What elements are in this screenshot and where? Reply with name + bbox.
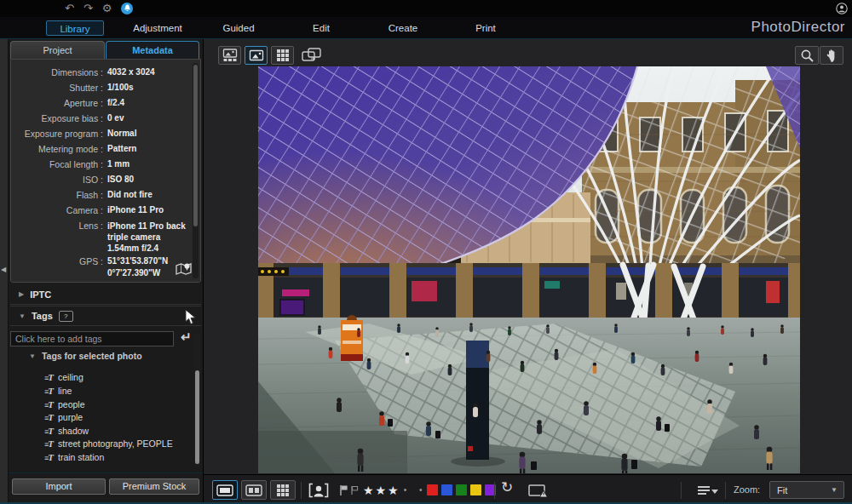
separator: [681, 482, 682, 499]
flag-buttons[interactable]: [337, 480, 360, 500]
tab-library[interactable]: Library: [46, 20, 104, 36]
expand-iptc-icon[interactable]: ▶: [19, 290, 24, 298]
tab-adjustment[interactable]: Adjustment: [115, 20, 200, 36]
tab-print[interactable]: Print: [443, 20, 528, 36]
color-label-yellow[interactable]: [470, 484, 481, 495]
metadata-scrollbar[interactable]: [193, 63, 199, 278]
tag-label: shadow: [58, 426, 89, 436]
tag-item[interactable]: ≡Tpeople: [44, 398, 85, 410]
tag-icon: ≡T: [44, 452, 53, 462]
tab-metadata[interactable]: Metadata: [106, 41, 199, 59]
notification-bell-icon[interactable]: [121, 3, 133, 14]
tab-edit[interactable]: Edit: [279, 20, 364, 36]
premium-stock-button[interactable]: Premium Stock: [109, 478, 199, 495]
tag-icon: ≡T: [44, 412, 53, 422]
browser-view-button[interactable]: [218, 46, 241, 65]
viewer-multi-mode-button[interactable]: [270, 480, 296, 500]
grid-view-button[interactable]: [271, 46, 294, 65]
compare-mode-icon: [245, 484, 262, 496]
tags-section-label: Tags: [32, 311, 53, 321]
undo-icon[interactable]: ↶: [65, 0, 74, 17]
viewer-compare-mode-button[interactable]: [241, 480, 267, 500]
metadata-row: Dimensions4032 x 3024: [14, 65, 188, 80]
metadata-row: FlashDid not fire: [14, 187, 188, 203]
secondary-display-button[interactable]: [301, 46, 323, 65]
tag-icon: ≡T: [44, 372, 53, 382]
tags-group-header[interactable]: ▼ Tags for selected photo: [29, 351, 142, 361]
panel-divider: [9, 472, 203, 473]
color-label-red[interactable]: [427, 484, 438, 495]
tag-label: purple: [58, 412, 83, 422]
apply-tag-icon[interactable]: ↵: [181, 329, 192, 345]
metadata-label: Camera: [14, 203, 103, 218]
account-icon[interactable]: [836, 3, 848, 14]
metadata-row: Metering modePattern: [14, 141, 188, 157]
browser-view-icon: [222, 49, 238, 62]
chevron-down-icon: ▼: [831, 486, 843, 494]
face-tag-button[interactable]: [308, 480, 330, 500]
list-dropdown-icon: [696, 484, 720, 496]
tags-group-label: Tags for selected photo: [42, 351, 142, 361]
metadata-value: 0 ev: [107, 111, 124, 126]
tag-item[interactable]: ≡Tline: [44, 385, 72, 397]
metadata-gps-row: GPS 51°31'53.870"N 0°7'27.390"W: [14, 254, 188, 279]
metadata-label: Exposure bias: [14, 111, 103, 126]
tab-create[interactable]: Create: [360, 20, 446, 36]
collapse-panel-icon[interactable]: ◀: [1, 266, 6, 273]
add-tags-input[interactable]: [10, 331, 174, 346]
tag-hint-icon[interactable]: ?: [59, 311, 73, 322]
photo-kings-cross-station: [258, 66, 800, 473]
panel-collapse-strip[interactable]: ◀: [0, 39, 9, 504]
gps-longitude: 0°7'27.390"W: [107, 267, 168, 279]
metadata-value: 4032 x 3024: [107, 65, 155, 80]
section-tags[interactable]: ▼ Tags ?: [10, 306, 201, 326]
tag-item[interactable]: ≡Ttrain station: [44, 451, 104, 463]
redo-icon[interactable]: ↷: [83, 0, 93, 17]
tab-guided[interactable]: Guided: [196, 20, 281, 36]
metadata-label: Flash: [14, 187, 103, 203]
flag-icons: [337, 484, 360, 497]
metadata-label: Exposure program: [14, 126, 103, 141]
tag-item[interactable]: ≡Tshadow: [44, 425, 89, 437]
collapse-tags-icon[interactable]: ▼: [19, 312, 26, 320]
app-title: PhotoDirector: [751, 19, 845, 36]
stars-filled[interactable]: ★★★: [363, 484, 400, 497]
view-options-button[interactable]: [696, 480, 720, 500]
color-label-blue[interactable]: [441, 484, 452, 495]
zoom-dropdown[interactable]: Fit ▼: [769, 481, 844, 499]
module-tabs: Library Adjustment Guided Edit Create Pr…: [0, 17, 852, 39]
tag-item[interactable]: ≡Tpurple: [44, 411, 83, 423]
metadata-row: Aperturef/2.4: [14, 95, 188, 111]
metadata-value: ISO 80: [107, 172, 134, 187]
single-view-button[interactable]: [245, 46, 268, 65]
tags-scrollbar[interactable]: [194, 333, 200, 467]
metadata-value: iPhone 11 Pro: [107, 203, 164, 218]
library-side-panel: ◀ Project Metadata Dimensions4032 x 3024…: [0, 39, 203, 504]
separator: [301, 482, 302, 499]
zoom-label: Zoom:: [734, 484, 760, 495]
zoom-value: Fit: [770, 485, 831, 495]
metadata-panel: Dimensions4032 x 3024 Shutter1/100s Aper…: [10, 59, 201, 283]
tab-project[interactable]: Project: [10, 41, 105, 59]
pan-tool-button[interactable]: [820, 46, 843, 65]
rotate-button[interactable]: ↻: [501, 478, 513, 496]
slideshow-display-button[interactable]: [527, 480, 550, 500]
section-iptc[interactable]: ▶ IPTC: [10, 284, 201, 305]
metadata-value: Normal: [107, 126, 136, 141]
star-rating[interactable]: ★★★• •: [363, 480, 427, 500]
color-label-green[interactable]: [456, 484, 467, 495]
separator: [725, 482, 726, 499]
import-button[interactable]: Import: [12, 478, 106, 495]
tag-item[interactable]: ≡Tstreet photography, PEOPLE: [44, 438, 173, 450]
viewer-single-mode-button[interactable]: [212, 480, 238, 500]
metadata-value: 1/100s: [107, 80, 134, 95]
zoom-tool-button[interactable]: [795, 46, 819, 65]
settings-gear-icon[interactable]: ⚙: [102, 0, 112, 17]
tag-item[interactable]: ≡Tceiling: [44, 371, 83, 383]
collapse-group-icon[interactable]: ▼: [29, 352, 36, 360]
stars-empty[interactable]: • •: [404, 485, 428, 495]
metadata-row: Shutter1/100s: [14, 80, 188, 95]
single-view-icon: [249, 49, 264, 61]
metadata-value: Did not fire: [107, 187, 153, 203]
photo-canvas[interactable]: [258, 66, 800, 473]
